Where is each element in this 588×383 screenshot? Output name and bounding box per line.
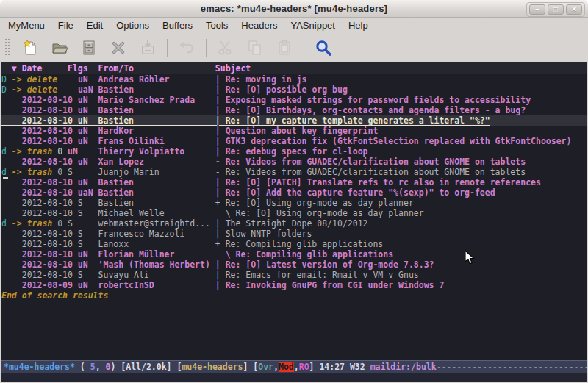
message-row[interactable]: 2012-08-10 uN Bastien | Re: [O] Birthday… xyxy=(1,105,587,115)
frame-body: ▼ Date Flgs From/To Subject D -> delete … xyxy=(0,62,588,383)
message-row[interactable]: 2012-08-10 uN Bastien | Re: [O] [PATCH] … xyxy=(1,177,587,187)
toolbar-separator xyxy=(206,39,207,57)
message-row[interactable]: D -> delete uN Andreas Röhler | Re: movi… xyxy=(1,74,587,85)
maximize-button[interactable]: □ xyxy=(548,4,564,15)
title-bar[interactable]: emacs: *mu4e-headers* [mu4e-headers] –□× xyxy=(0,0,588,18)
menu-item-edit[interactable]: Edit xyxy=(80,18,110,32)
message-row[interactable]: 2012-08-10 uN Frans Oilinki | GTK3 depre… xyxy=(1,136,587,146)
open-folder-icon[interactable] xyxy=(45,36,74,60)
message-row[interactable]: 2012-08-10 S Michael Welle \ Re: [O] Usi… xyxy=(1,208,587,218)
menu-item-yasnippet[interactable]: YASnippet xyxy=(284,18,341,32)
new-file-icon[interactable] xyxy=(15,36,45,60)
end-of-results: End of search results xyxy=(1,290,587,301)
column-header-text: ▼ Date Flgs From/To Subject xyxy=(1,63,251,74)
menu-item-tools[interactable]: Tools xyxy=(199,18,234,32)
menu-item-options[interactable]: Options xyxy=(110,18,156,32)
undo-icon xyxy=(172,36,201,60)
close-buffer-icon[interactable] xyxy=(104,36,133,60)
minimize-button[interactable]: – xyxy=(529,4,545,15)
menu-item-buffers[interactable]: Buffers xyxy=(156,18,199,32)
search-icon[interactable] xyxy=(309,36,338,60)
point-cursor xyxy=(3,177,8,179)
menu-bar: MyMenuFileEditOptionsBuffersToolsHeaders… xyxy=(0,18,588,33)
message-row[interactable]: 2012-08-10 uaN Bastien | Re: [O] Add the… xyxy=(1,187,587,198)
message-row[interactable]: 2012-08-10 S Bastien + Re: [O] Using org… xyxy=(1,198,587,208)
message-row-current[interactable]: 2012-08-10 uN Bastien | Re: [O] my captu… xyxy=(1,115,587,126)
message-row[interactable]: 2012-08-10 uN Mario Sanchez Prada | Expo… xyxy=(1,95,587,105)
menu-item-mymenu[interactable]: MyMenu xyxy=(1,18,51,32)
message-list: D -> delete uN Andreas Röhler | Re: movi… xyxy=(1,74,587,290)
toolbar-separator xyxy=(304,39,304,57)
message-row[interactable]: 2012-08-10 uN Florian Müllner \ Re: Comp… xyxy=(1,249,587,259)
message-row[interactable]: 2012-08-10 uN HardKor | Question about k… xyxy=(1,126,587,136)
message-row[interactable]: D -> delete uaN Bastien | Re: [O] possib… xyxy=(1,85,587,95)
cut-icon xyxy=(211,36,240,60)
mode-line: *mu4e-headers* ( 5, 0) [All/2.0k] [mu4e-… xyxy=(1,360,587,373)
mu4e-headers-buffer[interactable]: ▼ Date Flgs From/To Subject D -> delete … xyxy=(1,62,587,360)
emacs-window: emacs: *mu4e-headers* [mu4e-headers] –□×… xyxy=(0,0,588,383)
window-title: emacs: *mu4e-headers* [mu4e-headers] xyxy=(201,3,387,14)
file-cabinet-icon[interactable] xyxy=(74,36,104,60)
menu-item-file[interactable]: File xyxy=(51,18,80,32)
toolbar xyxy=(0,33,588,62)
menu-item-headers[interactable]: Headers xyxy=(234,18,284,32)
toolbar-separator xyxy=(167,39,168,57)
message-row[interactable]: 2012-08-10 S Francesco Mazzoli | Slow NN… xyxy=(1,229,587,239)
save-buffer-icon xyxy=(133,36,162,60)
echo-area[interactable] xyxy=(1,373,587,382)
message-row[interactable]: 2012-08-10 S Lanoxx + Re: Compiling glib… xyxy=(1,239,587,249)
menu-item-help[interactable]: Help xyxy=(342,18,375,32)
message-row[interactable]: d -> trash 0 S webmaster@straightd... | … xyxy=(1,218,587,229)
message-row[interactable]: d -> trash 0 S Juanjo Marin - Re: Videos… xyxy=(1,167,587,177)
close-button[interactable]: × xyxy=(566,4,582,15)
toolbar-drag-handle[interactable] xyxy=(4,38,11,57)
window-controls: –□× xyxy=(526,2,585,17)
headers-column-header[interactable]: ▼ Date Flgs From/To Subject xyxy=(1,62,587,74)
copy-icon xyxy=(240,36,270,60)
message-row[interactable]: 2012-08-10 uN 'Mash (Thomas Herbert) | R… xyxy=(1,259,587,270)
message-row[interactable]: 2012-08-09 uN robertcInSD | Re: Invoking… xyxy=(1,280,587,290)
message-row[interactable]: 2012-08-10 uN Xan Lopez - Re: Videos fro… xyxy=(1,157,587,167)
message-row[interactable]: d -> trash 0 uN Thierry Volpiatto | Re: … xyxy=(1,146,587,157)
message-row[interactable]: 2012-08-10 S Suvayu Ali | Re: Emacs for … xyxy=(1,270,587,280)
paste-icon xyxy=(270,36,299,60)
